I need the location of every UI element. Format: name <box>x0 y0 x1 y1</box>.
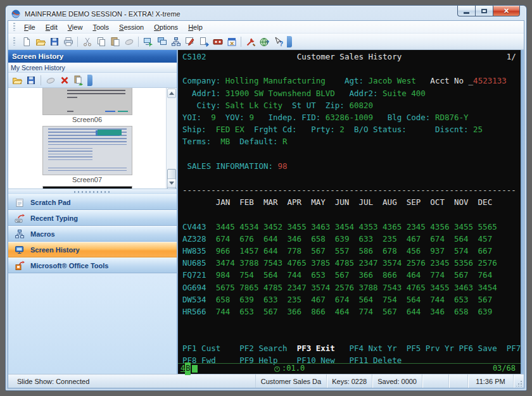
toolbar: ?? <box>8 34 524 50</box>
terminal-line: JAN FEB MAR APR MAY JUN JUL AUG SEP OCT … <box>182 196 524 208</box>
menu-item-tools[interactable]: Tools <box>87 22 114 32</box>
maximize-button[interactable] <box>476 6 493 16</box>
app-icon <box>11 9 21 19</box>
clear-icon[interactable] <box>44 74 57 87</box>
toolbar-separator <box>138 37 139 47</box>
terminal-line: AZ328 674 676 644 346 658 639 633 235 46… <box>182 233 524 245</box>
terminal-line <box>182 318 524 330</box>
panel-title: Screen History <box>8 50 177 63</box>
titlebar[interactable]: MAINFRAME DEMO SESSION - EXTRA! X-treme … <box>6 6 526 20</box>
screen-thumbnail-screen06[interactable] <box>43 88 132 114</box>
terminal-line: NU685 3474 3788 7543 4765 3785 4785 2347… <box>182 257 524 269</box>
app-window: MAINFRAME DEMO SESSION - EXTRA! X-treme … <box>5 5 527 391</box>
open-folder-icon[interactable] <box>34 35 47 48</box>
terminal-line: PF1 Cust PF2 Search PF3 Exit PF4 Nxt Yr … <box>182 342 524 354</box>
sidebar-item-label: Macros <box>30 230 55 238</box>
properties-icon[interactable] <box>225 35 238 48</box>
menubar-grip[interactable] <box>13 23 15 31</box>
paste-icon[interactable] <box>108 35 122 48</box>
quickscript-icon[interactable] <box>183 35 196 48</box>
delete-icon[interactable] <box>58 74 71 87</box>
terminal-line: HR566 744 653 567 366 866 464 774 567 64… <box>182 306 524 318</box>
status-session-name: Customer Sales Da <box>255 374 327 388</box>
save-icon[interactable] <box>48 35 61 48</box>
panel-splitter[interactable] <box>8 189 177 194</box>
notepad-icon <box>15 197 25 207</box>
office-tools-icon <box>15 261 25 271</box>
sidebar-scrollbar[interactable] <box>166 88 177 189</box>
terminal-line: City: Salt Lk City St UT Zip: 60820 <box>182 99 524 111</box>
sidebar-item-microsoft-office-tools[interactable]: Microsoft® Office Tools <box>8 257 177 273</box>
toolbar-separator <box>41 75 41 85</box>
oia-cursor-position: 03/68 <box>493 362 516 374</box>
clear-icon[interactable] <box>122 35 136 48</box>
close-button[interactable]: ✕ <box>493 6 520 16</box>
terminal-line: Addr1: 31900 SW Townshend BLVD Addr2: Su… <box>182 87 524 99</box>
terminal-screen[interactable]: CS102 Customer Sales History 1/ 1 Compan… <box>178 50 524 374</box>
scroll-down-arrow[interactable] <box>167 178 176 188</box>
terminal-line: OG694 5675 7865 4785 2347 3574 2576 3788… <box>182 282 524 294</box>
print-icon[interactable] <box>61 35 75 48</box>
thumbnail-label: Screen06 <box>72 116 102 123</box>
terminal-line: DW534 658 639 633 235 467 674 564 754 56… <box>182 294 524 306</box>
settings-icon[interactable] <box>244 35 257 48</box>
window-body: FileEditViewToolsSessionOptionsHelp ?? S… <box>8 20 524 388</box>
minimize-button[interactable] <box>457 6 476 16</box>
status-keys: Keys: 0228 <box>327 374 372 388</box>
toolbar-grip[interactable] <box>13 37 15 46</box>
terminal-lines: CS102 Customer Sales History 1/ 1 Compan… <box>182 51 524 366</box>
status-blank <box>422 374 449 388</box>
terminal-right-strip <box>521 50 524 374</box>
transfer-icon[interactable] <box>197 35 210 48</box>
macro-icon <box>15 229 25 239</box>
menu-item-file[interactable]: File <box>19 22 41 32</box>
macro-icon[interactable] <box>169 35 182 48</box>
terminal-line <box>182 172 524 184</box>
context-help-icon[interactable]: ? <box>272 35 285 48</box>
save-icon[interactable] <box>25 74 37 87</box>
help-icon[interactable]: ? <box>258 35 271 48</box>
panel-subtitle: My Screen History <box>8 63 177 73</box>
svg-text:?: ? <box>265 39 269 46</box>
menu-item-session[interactable]: Session <box>114 22 149 32</box>
sidebar-accordion: Scratch PadRecent TypingMacrosScreen His… <box>8 194 177 273</box>
copy-icon[interactable] <box>94 35 108 48</box>
menu-item-edit[interactable]: Edit <box>41 22 63 32</box>
menu-item-options[interactable]: Options <box>149 22 183 32</box>
terminal-line <box>182 208 524 220</box>
sessions-icon[interactable] <box>155 35 168 48</box>
paste-special-icon[interactable] <box>72 74 85 87</box>
status-time: 11:36 PM <box>468 374 514 388</box>
oia-session: 4 <box>180 362 185 374</box>
menu-item-view[interactable]: View <box>63 22 88 32</box>
sidebar-item-label: Scratch Pad <box>30 199 71 206</box>
sidebar-item-macros[interactable]: Macros <box>8 226 177 242</box>
thumbnail-area: Screen06Screen07Screen08 <box>8 88 177 189</box>
capture-icon[interactable] <box>141 35 155 48</box>
screenshot-frame: MAINFRAME DEMO SESSION - EXTRA! X-treme … <box>0 0 532 396</box>
menubar: FileEditViewToolsSessionOptionsHelp <box>8 21 524 34</box>
resize-grip[interactable] <box>514 374 524 388</box>
terminal-line: SALES INFORMATION: 98 <box>182 160 524 172</box>
sidebar-item-recent-typing[interactable]: Recent Typing <box>8 210 177 226</box>
terminal-line: Terms: MB Default: R <box>182 135 524 147</box>
panel-toolbar-overflow[interactable] <box>87 75 92 86</box>
recent-typing-icon <box>15 213 25 223</box>
sidebar-item-scratch-pad[interactable]: Scratch Pad <box>8 194 177 210</box>
status-saved: Saved: 0000 <box>372 374 422 388</box>
cut-icon[interactable] <box>80 35 94 48</box>
scroll-up-arrow[interactable] <box>167 89 176 98</box>
oia-cursor <box>192 365 198 373</box>
screen-thumbnail-screen07[interactable] <box>43 127 132 175</box>
sidebar-item-label: Screen History <box>30 246 80 254</box>
main-area: Screen History My Screen History Screen0… <box>8 50 524 374</box>
sidebar-item-screen-history[interactable]: Screen History <box>8 242 177 257</box>
terminal-line: HW835 966 1457 644 778 567 557 586 678 4… <box>182 245 524 257</box>
new-document-icon[interactable] <box>20 35 33 48</box>
menu-item-help[interactable]: Help <box>183 22 208 32</box>
open-folder-icon[interactable] <box>11 74 23 87</box>
toolbar-overflow[interactable] <box>287 36 292 47</box>
terminal-line <box>182 148 524 160</box>
record-icon[interactable] <box>211 35 224 48</box>
maximize-icon <box>481 9 487 13</box>
